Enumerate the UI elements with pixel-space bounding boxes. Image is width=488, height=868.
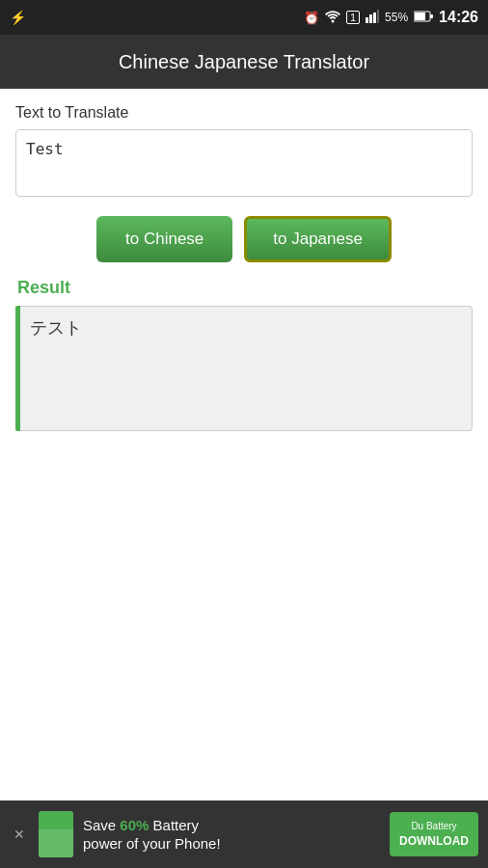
app-title: Chinese Japanese Translator [119,51,369,73]
signal-icon [366,10,379,26]
translate-input[interactable]: Test [15,129,473,197]
svg-rect-6 [415,13,425,20]
svg-rect-1 [366,17,368,23]
alarm-icon: ⏰ [304,11,319,25]
main-content: Text to Translate Test to Chinese to Jap… [0,89,488,447]
ad-close-button[interactable]: ✕ [10,823,29,846]
to-chinese-button[interactable]: to Chinese [96,216,232,262]
svg-point-0 [331,19,334,22]
svg-rect-7 [430,14,433,18]
ad-banner: ✕ Save 60% Batterypower of your Phone! D… [0,800,488,868]
svg-rect-3 [373,13,376,23]
battery-percent: 55% [385,11,408,24]
to-japanese-button[interactable]: to Japanese [244,216,392,262]
usb-icon: ⚡ [10,10,26,25]
result-label: Result [15,278,473,298]
result-text: テスト [20,306,473,431]
ad-text-highlight: 60% [120,817,149,833]
title-bar: Chinese Japanese Translator [0,35,488,89]
ad-battery-fill [39,829,73,857]
status-bar: ⚡ ⏰ 1 55% [0,0,488,35]
time-display: 14:26 [439,9,478,26]
wifi-icon [325,10,340,26]
ad-brand-label: Du Battery [399,820,469,833]
svg-rect-4 [377,10,379,23]
result-wrapper: テスト [15,306,473,431]
sim-icon: 1 [346,11,360,24]
ad-text-save: Save [83,817,120,833]
ad-battery-icon [39,811,73,857]
battery-icon [414,11,433,25]
result-section: Result テスト [15,278,473,431]
ad-download-label: DOWNLOAD [399,834,469,848]
status-left: ⚡ [10,10,26,25]
ad-text: Save 60% Batterypower of your Phone! [83,816,380,854]
status-right: ⏰ 1 55% 14:26 [304,9,478,26]
input-label: Text to Translate [15,104,473,122]
ad-download-button[interactable]: Du Battery DOWNLOAD [390,812,478,857]
buttons-row: to Chinese to Japanese [15,216,473,262]
svg-rect-2 [369,14,372,23]
